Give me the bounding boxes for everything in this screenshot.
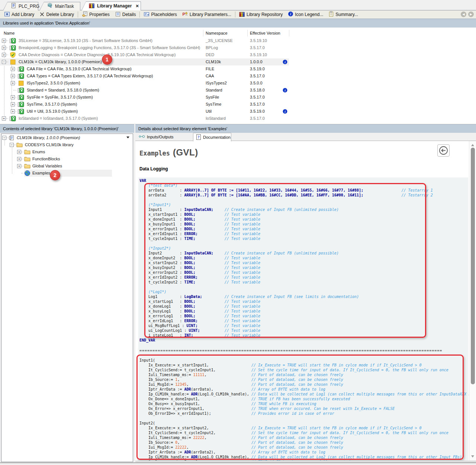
code-line (139, 198, 433, 202)
tree-line (14, 145, 16, 145)
expander-plus[interactable]: + (2, 116, 6, 121)
details-button[interactable]: Details (112, 11, 139, 18)
library-namespace: ISysTypes2 (206, 80, 227, 87)
details-tab-inputs-outputs[interactable]: Inputs/Outputs (136, 133, 193, 141)
delete-library-button[interactable]: Delete Library (37, 11, 77, 18)
books-icon (239, 11, 245, 18)
library-row-file[interactable]: +CAA File = CAA File, 3.5.19.0 (CAA Tech… (0, 65, 476, 73)
library-row-util[interactable]: +Util = Util, 3.5.19.0 (System)Util3.5.1… (0, 108, 476, 115)
right-panel-title: Details about selected library element '… (135, 124, 476, 133)
lock-icon (18, 66, 24, 72)
toolbar-nav: ◀ ▶ (461, 12, 474, 17)
tree-line (6, 41, 8, 41)
window-tab-plc-prg[interactable]: PLC_PRG (3, 2, 38, 10)
expander-plus[interactable]: + (11, 95, 15, 99)
library-row-iostandard[interactable]: +IoStandard = IoStandard, 3.5.17.0 (Syst… (0, 115, 476, 122)
delete-icon (39, 12, 45, 18)
code-line: t_cycleInput2 : TIME; // Test variable (139, 280, 433, 285)
details-tab-documentation[interactable]: ?Documentation (193, 133, 231, 141)
info-icon[interactable]: i (283, 109, 287, 115)
lock-icon (18, 108, 24, 114)
code-line: x_errIdInput1 : ERROR; // Test variable (139, 231, 433, 236)
library-row-caa[interactable]: +CAA Types = CAA Types Extern, 3.5.17.0 … (0, 73, 476, 80)
library-row-systime[interactable]: +SysTime, 3.5.17.0 (System)SysTime3.5.17… (0, 101, 476, 108)
code-line: ui_LogCountLog1 : UINT; // Test variable (139, 328, 433, 333)
info-icon[interactable]: i (283, 60, 287, 65)
tree-item-clm10k-library-1-0-0-0-proemion-[interactable]: −CLM10k library, 1.0.0.0 (Proemion) (1, 134, 133, 141)
svg-text:P: P (182, 12, 185, 16)
info-circle-icon: i (288, 11, 293, 18)
library-name: 3SLicense = 3SLicense, 3.5.19.10 (3S - S… (19, 37, 152, 44)
libdoc-icon (9, 135, 15, 141)
window-tab-library-manager[interactable]: Library Manager✕ (81, 1, 141, 10)
code-line: x_errIdLog1 : ERROR; // Test variable (139, 318, 433, 323)
code-line: Ib_Source:= 0, // Part of dataload, can … (139, 440, 475, 445)
code-block-var: VAR (*test data*) arrData : ARRAY[0..7] … (139, 178, 433, 343)
tree-item-enums[interactable]: +Enums (1, 148, 133, 155)
library-row-standard[interactable]: Standard = Standard, 3.5.18.0 (System)St… (0, 87, 476, 94)
back-button[interactable] (437, 144, 450, 157)
documentation-panel: Examples (GVL) Data Logging VAR (*test d… (135, 141, 476, 461)
column-divider (203, 30, 203, 36)
window-tab-maintask[interactable]: MainTask (39, 2, 80, 10)
library-row-clm10k[interactable]: −CLM10k = CLM10k library, 1.0.0.0 (Proem… (0, 58, 476, 65)
dropdown-arrow-icon[interactable] (126, 137, 129, 138)
code-line: Ib_Source:= 1, // Part of dataload, can … (139, 377, 475, 382)
expander-plus[interactable]: + (2, 39, 6, 43)
tree-item-global-variables[interactable]: +Global Variables (1, 163, 133, 170)
column-header-effective-version[interactable]: Effective Version (250, 29, 280, 37)
tree-item-examples[interactable]: Examples (1, 170, 133, 177)
tree-line (6, 118, 8, 119)
library-row-_3s_license[interactable]: +3SLicense = 3SLicense, 3.5.19.10 (3S - … (0, 37, 476, 44)
tree-item-functionblocks[interactable]: +FunctionBlocks (1, 155, 133, 163)
add-library-button[interactable]: Add Library (1, 11, 37, 18)
nav-back-button[interactable]: ◀ (461, 12, 466, 17)
column-header-namespace[interactable]: Namespace (206, 29, 228, 37)
code-line: Iuli_Timestamp_ms:= 11111, // Part of da… (139, 372, 475, 377)
library-name: Util = Util, 3.5.19.0 (System) (27, 108, 78, 115)
code-line: Iui_MsgId:= 12345, // Part of dataload, … (139, 382, 475, 387)
tab-close-icon[interactable]: ✕ (135, 4, 139, 9)
expander-minus[interactable]: − (2, 60, 6, 64)
library-row-bplog[interactable]: +BreakpointLogging = Breakpoint Logging … (0, 44, 476, 51)
expander-plus[interactable]: + (11, 109, 15, 113)
library-row-sysfile[interactable]: +SysFile = SysFile, 3.5.17.0 (System)Sys… (0, 94, 476, 101)
library-name: SysFile = SysFile, 3.5.17.0 (System) (27, 94, 93, 101)
expander-plus[interactable]: + (2, 46, 6, 50)
library-parameters--button[interactable]: PLibrary Parameters... (180, 11, 234, 18)
code-block-calls: Input1( Ix_Execute:= x_startInput1, // I… (139, 358, 475, 461)
scroll-thumb[interactable] (471, 148, 475, 384)
expander-plus[interactable]: + (2, 53, 6, 57)
vertical-scrollbar[interactable] (469, 141, 476, 461)
nav-forward-button[interactable]: ▶ (468, 12, 474, 17)
scroll-up-arrow[interactable] (471, 144, 474, 146)
expander-plus[interactable]: + (11, 102, 15, 106)
expander-minus[interactable]: − (2, 136, 6, 140)
code-line: Iptr_ArrData := ADR(arrData), // Array o… (139, 387, 475, 392)
expander-plus[interactable]: + (17, 157, 21, 161)
library-repository-button[interactable]: Library Repository (237, 11, 285, 18)
summary--button[interactable]: Summary... (326, 11, 360, 18)
library-row-ded[interactable]: +CAA Device Diagnosis = CAA Device Diagn… (0, 51, 476, 58)
code-line: (*test data*) (139, 183, 433, 188)
properties-button[interactable]: Properties (79, 11, 112, 18)
column-header-name[interactable]: Name (4, 29, 15, 37)
expander-plus[interactable]: + (17, 164, 21, 168)
placeholders-button[interactable]: Placeholders (141, 11, 179, 18)
library-version: 3.5.17.0 (250, 115, 265, 122)
tree-line (21, 152, 23, 152)
expander-plus[interactable]: + (17, 150, 21, 154)
left-panel-title: Contents of selected library 'CLM10k lib… (0, 124, 134, 133)
info-icon[interactable]: i (283, 88, 287, 93)
window-tab-label: MainTask (55, 4, 74, 9)
scroll-down-arrow[interactable] (471, 455, 474, 458)
expander-minus[interactable]: − (10, 143, 14, 147)
expander-plus[interactable]: + (11, 67, 15, 71)
tree-item-codesys-clm10k-library[interactable]: −CODESYS CLM10k library (1, 141, 133, 148)
library-row-isystypes2[interactable]: +ISysTypes2, 3.5.0.0 (System)ISysTypes23… (0, 80, 476, 87)
expander-plus[interactable]: + (11, 74, 15, 78)
document-tabbar: PLC_PRGMainTaskLibrary Manager✕ (0, 0, 476, 10)
icon-legend--button[interactable]: iIcon Legend... (285, 11, 326, 18)
expander-plus[interactable]: + (11, 81, 15, 85)
code-line: Iui_MsgId:= 22222, // Part of dataload, … (139, 445, 475, 450)
